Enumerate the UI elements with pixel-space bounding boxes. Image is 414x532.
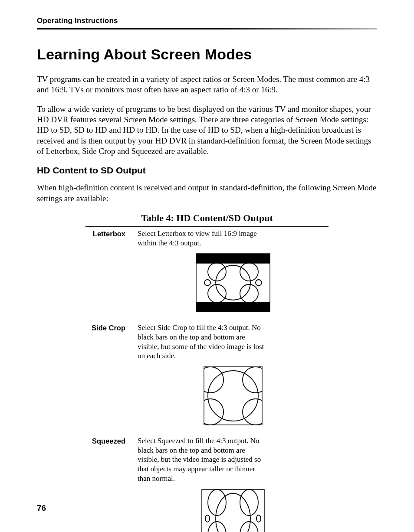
page-number: 76 (37, 503, 46, 513)
table-caption: Table 4: HD Content/SD Output (37, 212, 377, 224)
header-rule (37, 28, 377, 29)
running-header: Operating Instructions (37, 16, 377, 25)
table-row: Side Crop Select Side Crop to fill the 4… (85, 321, 329, 434)
table-row: Squeezed Select Squeezed to fill the 4:3… (85, 434, 329, 532)
letterbox-diagram (138, 250, 329, 318)
screen-mode-table: Letterbox Select Letterbox to view full … (85, 227, 329, 532)
intro-paragraph-2: To allow a wide variety of programs to b… (37, 104, 377, 157)
section-heading: HD Content to SD Output (37, 165, 377, 176)
svg-rect-1 (196, 263, 270, 302)
squeezed-diagram (138, 486, 329, 532)
row-label-sidecrop: Side Crop (85, 323, 138, 332)
page-title: Learning About Screen Modes (37, 46, 377, 63)
intro-paragraph-1: TV programs can be created in a variety … (37, 74, 377, 95)
svg-rect-16 (202, 490, 264, 532)
row-desc-sidecrop: Select Side Crop to fill the 4:3 output.… (138, 323, 268, 361)
row-label-letterbox: Letterbox (85, 229, 138, 238)
sidecrop-diagram (138, 363, 329, 431)
row-desc-letterbox: Select Letterbox to view full 16:9 image… (138, 229, 268, 248)
row-desc-squeezed: Select Squeezed to fill the 4:3 output. … (138, 436, 268, 483)
table-row: Letterbox Select Letterbox to view full … (85, 227, 329, 321)
row-label-squeezed: Squeezed (85, 436, 138, 445)
section-paragraph: When high-definition content is received… (37, 183, 377, 204)
svg-rect-10 (204, 367, 262, 425)
